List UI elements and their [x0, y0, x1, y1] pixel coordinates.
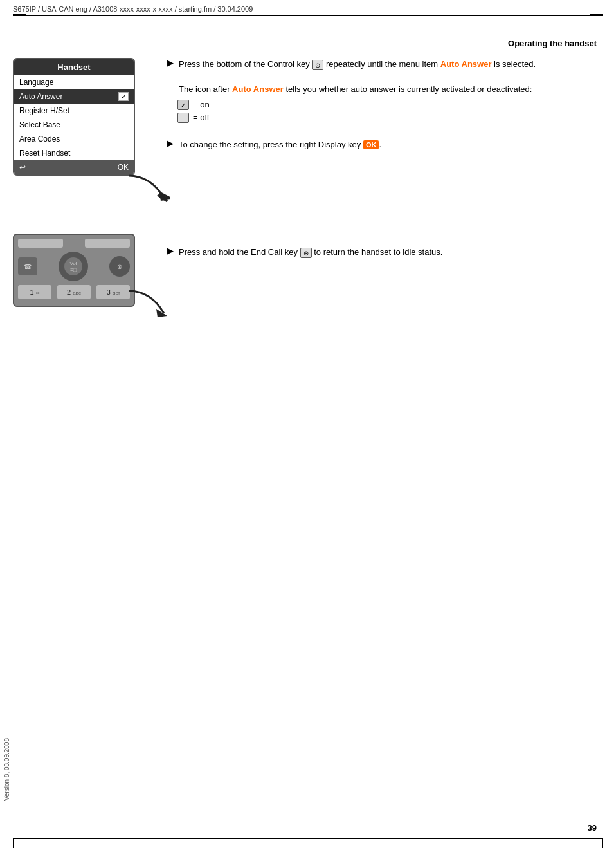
- screen-footer: ↩ OK: [14, 160, 134, 174]
- dial-row-1: 1 ∞ 2 abc 3 def: [18, 285, 130, 299]
- instruction-text-3: Press and hold the End Call key ⊗ to ret…: [179, 246, 442, 259]
- instruction-item-3: ▶ Press and hold the End Call key ⊗ to r…: [167, 246, 603, 259]
- nav-lines-icon: ≡□: [70, 267, 77, 273]
- nav-vol-icon: Vol: [69, 261, 77, 266]
- key-1-sub: ∞: [36, 290, 40, 296]
- check-on-icon: ✓: [177, 100, 189, 110]
- dial-key-1[interactable]: 1 ∞: [18, 285, 51, 299]
- auto-answer-highlight: Auto Answer: [440, 59, 492, 69]
- instruction-text-2: To change the setting, press the right D…: [179, 138, 381, 151]
- key-1-main: 1 ∞: [30, 288, 40, 296]
- bottom-tick-left: [13, 839, 14, 848]
- check-icon: ✓: [118, 92, 129, 101]
- top-tick-left: [13, 14, 26, 15]
- key-2-main: 2 abc: [67, 288, 81, 296]
- phone-keypad: ☎ Vol ≡□ ⊗ 1 ∞ 2 abc: [13, 234, 135, 307]
- top-tick-right: [590, 14, 603, 15]
- instruction-text-1: Press the bottom of the Control key ⊙ re…: [179, 58, 536, 96]
- control-key-icon: ⊙: [312, 60, 323, 70]
- end-call-button[interactable]: ⊗: [109, 256, 130, 277]
- page-number: 39: [588, 823, 597, 833]
- end-call-key-icon: ⊗: [300, 248, 312, 258]
- left-column: Handset Language Auto Answer ✓ Register …: [13, 58, 148, 307]
- key-3-main: 3 def: [107, 288, 120, 296]
- ok-label: OK: [118, 163, 129, 172]
- bullet-3: ▶: [167, 246, 174, 255]
- right-column: ▶ Press the bottom of the Control key ⊙ …: [167, 58, 603, 307]
- key-3-sub: def: [113, 290, 120, 296]
- phone-keypad-wrapper: ☎ Vol ≡□ ⊗ 1 ∞ 2 abc: [13, 234, 148, 307]
- instruction-block-2: ▶ To change the setting, press the right…: [167, 138, 603, 151]
- bottom-vertical-text: Version 8, 03.09.2008: [3, 738, 10, 801]
- instruction-block-3: ▶ Press and hold the End Call key ⊗ to r…: [167, 246, 603, 259]
- arrow-graphic-1: [125, 172, 170, 205]
- instruction-block-1: ▶ Press the bottom of the Control key ⊙ …: [167, 58, 603, 123]
- key-2-sub: abc: [73, 290, 81, 296]
- bullet-1: ▶: [167, 58, 174, 68]
- main-content: Handset Language Auto Answer ✓ Register …: [13, 58, 603, 307]
- menu-item-select-base: Select Base: [14, 118, 134, 132]
- phone-screen: Handset Language Auto Answer ✓ Register …: [13, 58, 135, 176]
- ok-badge: OK: [363, 140, 379, 149]
- keypad-top-bar: [18, 239, 130, 248]
- call-button[interactable]: ☎: [18, 257, 37, 275]
- menu-item-language: Language: [14, 75, 134, 89]
- center-nav-inner: Vol ≡□: [64, 257, 82, 275]
- menu-item-auto-answer: Auto Answer ✓: [14, 89, 134, 104]
- auto-answer-highlight-2: Auto Answer: [232, 84, 284, 94]
- screen-header: Handset: [14, 59, 134, 75]
- center-nav[interactable]: Vol ≡□: [59, 252, 88, 281]
- status-on-label: = on: [193, 100, 210, 109]
- phone-screen-wrapper: Handset Language Auto Answer ✓ Register …: [13, 58, 148, 176]
- dial-key-2[interactable]: 2 abc: [57, 285, 91, 299]
- header-path: S675IP / USA-CAN eng / A31008-xxxx-xxxx-…: [13, 5, 253, 13]
- instruction-item-1: ▶ Press the bottom of the Control key ⊙ …: [167, 58, 603, 96]
- bottom-ticks: [13, 839, 603, 848]
- status-on: ✓ = on: [177, 100, 603, 110]
- instruction-item-2: ▶ To change the setting, press the right…: [167, 138, 603, 151]
- soft-key-left: [18, 239, 63, 248]
- status-off-label: = off: [193, 113, 209, 122]
- nav-row: ☎ Vol ≡□ ⊗: [18, 252, 130, 281]
- section-title: Operating the handset: [508, 39, 597, 48]
- top-border: [13, 14, 603, 15]
- bottom-tick-right: [602, 839, 603, 848]
- arrow-graphic-2: [125, 288, 170, 320]
- bullet-2: ▶: [167, 138, 174, 148]
- menu-item-register: Register H/Set: [14, 104, 134, 118]
- check-off-icon: [177, 113, 189, 123]
- menu-item-area-codes: Area Codes: [14, 132, 134, 146]
- status-items: ✓ = on = off: [177, 100, 603, 123]
- status-off: = off: [177, 113, 603, 123]
- spacer: [167, 166, 603, 230]
- back-arrow-icon: ↩: [19, 163, 26, 172]
- soft-key-right: [85, 239, 130, 248]
- menu-item-reset-handset: Reset Handset: [14, 146, 134, 160]
- menu-list: Language Auto Answer ✓ Register H/Set Se…: [14, 75, 134, 160]
